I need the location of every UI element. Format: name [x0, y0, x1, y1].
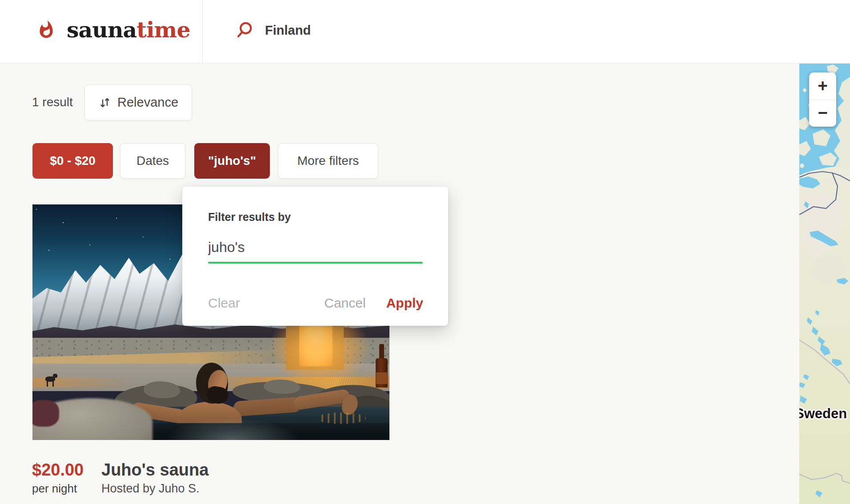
- cancel-button[interactable]: Cancel: [324, 296, 365, 311]
- photo-rock: [144, 381, 180, 398]
- photo-towel: [32, 400, 59, 427]
- search-icon: [235, 20, 254, 40]
- photo-bottle-label: [376, 372, 387, 384]
- search-input[interactable]: Finland: [235, 20, 635, 40]
- brand-name: saunatime: [67, 19, 190, 41]
- clear-button[interactable]: Clear: [208, 296, 240, 311]
- sort-label: Relevance: [117, 95, 178, 110]
- brand-logo[interactable]: saunatime: [36, 18, 190, 42]
- map-terrain: [799, 64, 850, 504]
- photo-rock: [264, 380, 300, 394]
- filter-more-button[interactable]: More filters: [278, 143, 378, 179]
- listing-title[interactable]: Juho's sauna: [101, 460, 208, 480]
- photo-steam: [166, 418, 299, 440]
- filter-query-button[interactable]: "juho's": [194, 143, 270, 179]
- sort-button[interactable]: Relevance: [84, 84, 192, 120]
- photo-stars: [36, 209, 37, 210]
- filter-dates-button[interactable]: Dates: [120, 143, 185, 179]
- results-count: 1 result: [32, 95, 73, 109]
- popover-title: Filter results by: [208, 211, 291, 224]
- popover-actions: Clear Cancel Apply: [208, 293, 423, 313]
- apply-button[interactable]: Apply: [386, 296, 423, 311]
- listing-host: Hosted by Juho S.: [101, 482, 200, 496]
- map-country-label: Sweden: [799, 406, 847, 422]
- flame-icon: [36, 18, 56, 42]
- listing-price: $20.00: [32, 460, 84, 480]
- header-divider: [202, 0, 203, 64]
- filter-popover: Filter results by Clear Cancel Apply: [182, 187, 448, 326]
- input-underline: [208, 262, 423, 264]
- map-zoom-control: + −: [809, 72, 836, 127]
- filter-price-button[interactable]: $0 - $20: [32, 143, 113, 179]
- map-panel[interactable]: Sweden + −: [799, 64, 850, 504]
- app-header: saunatime Finland: [0, 0, 850, 64]
- search-query[interactable]: Finland: [265, 23, 311, 38]
- sort-arrows-icon: [98, 96, 112, 109]
- listing-price-unit: per night: [32, 482, 77, 496]
- filter-query-input[interactable]: [208, 233, 423, 261]
- photo-dog: [44, 373, 58, 388]
- photo-water-glint: [317, 412, 366, 424]
- zoom-in-button[interactable]: +: [809, 72, 836, 100]
- zoom-out-button[interactable]: −: [809, 100, 836, 127]
